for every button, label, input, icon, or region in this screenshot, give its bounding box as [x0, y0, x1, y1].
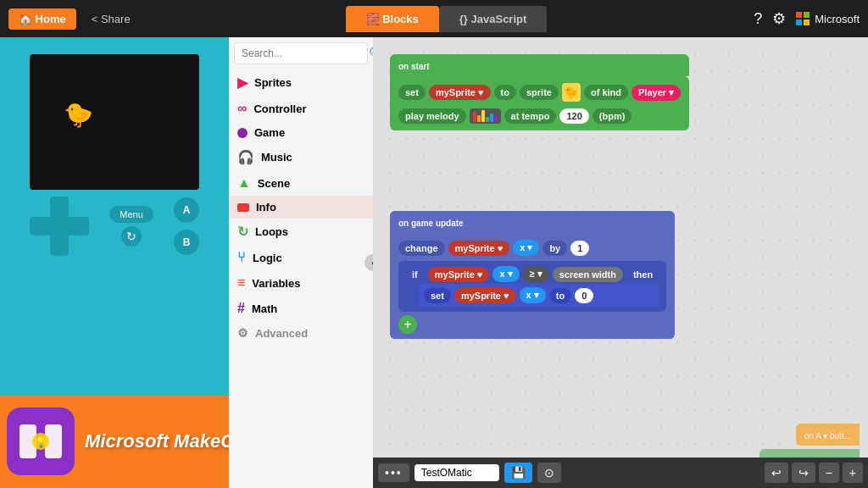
refresh-button[interactable]: ↻ [121, 226, 142, 247]
advanced-icon: ⚙ [237, 326, 248, 340]
music-label: Music [261, 151, 292, 164]
x2-label[interactable]: x ▾ [492, 266, 519, 282]
redo-button[interactable]: ↪ [792, 463, 815, 483]
undo-redo: ↩ ↪ − + [765, 463, 863, 483]
category-variables[interactable]: ≡ Variables [229, 270, 373, 296]
help-button[interactable]: ? [754, 10, 762, 28]
tab-javascript[interactable]: {} JavaScript [439, 6, 548, 32]
scene-icon: ▲ [237, 175, 251, 191]
tempo-value[interactable]: 120 [559, 108, 588, 124]
menu-button[interactable]: Menu [109, 206, 153, 223]
mysprite3-label[interactable]: mySprite ♥ [428, 267, 490, 282]
brand-logo: 💡 [7, 408, 75, 475]
mysprite2-label[interactable]: mySprite ♥ [448, 241, 510, 256]
sim-controls: Menu ↻ A B [30, 197, 199, 256]
sprite-label: sprite [520, 85, 559, 100]
top-nav: 🏠 Home < Share 🧱 Blocks {} JavaScript ? … [0, 0, 868, 37]
sim-sprite: 🐤 [64, 101, 93, 129]
ms-grid-icon [796, 12, 810, 25]
controller-label: Controller [253, 103, 306, 115]
music-icon: 🎧 [237, 149, 254, 165]
controller-icon: ∞ [237, 101, 247, 116]
more-button[interactable]: ••• [378, 463, 409, 482]
zoom-in-button[interactable]: + [843, 463, 863, 483]
category-game[interactable]: Game [229, 121, 373, 144]
category-music[interactable]: 🎧 Music [229, 144, 373, 170]
on-start-group: on start set mySprite ♥ to sprite 🐤 of k… [390, 54, 689, 130]
sprites-icon: ▶ [237, 75, 248, 91]
set-x-row: set mySprite ♥ x ▾ to 0 [419, 284, 659, 307]
search-input[interactable] [242, 47, 369, 59]
sim-device: 🐤 Menu ↻ A B [17, 47, 212, 263]
to2-label: to [549, 288, 571, 303]
ge-label[interactable]: ≥ ▾ [523, 266, 549, 282]
set2-label: set [424, 288, 451, 303]
by-value[interactable]: 1 [570, 241, 589, 256]
screen-width-label[interactable]: screen width [553, 267, 623, 282]
then-label: then [626, 267, 659, 282]
category-info[interactable]: Info [229, 196, 373, 219]
settings-button[interactable]: ⚙ [772, 9, 786, 28]
to2-value[interactable]: 0 [575, 288, 593, 303]
ab-buttons: A B [174, 197, 199, 255]
mysprite4-label[interactable]: mySprite ♥ [454, 288, 516, 303]
x-label[interactable]: x ▾ [513, 240, 539, 256]
category-controller[interactable]: ∞ Controller [229, 96, 373, 121]
github-button[interactable]: ⊙ [537, 463, 561, 483]
game-label: Game [254, 126, 285, 139]
play-melody-label: play melody [398, 108, 466, 124]
undo-button[interactable]: ↩ [765, 463, 788, 483]
variables-icon: ≡ [237, 275, 245, 291]
project-name-input[interactable] [415, 464, 499, 481]
info-icon [237, 203, 249, 212]
zoom-out-button[interactable]: − [819, 463, 839, 483]
melody-bars[interactable] [470, 108, 501, 124]
bottom-bar: ••• 💾 ⊙ ↩ ↪ − + [373, 458, 868, 488]
category-logic[interactable]: ⑂ Logic [229, 245, 373, 270]
sim-dpad[interactable] [30, 197, 89, 256]
player-label[interactable]: Player ▾ [632, 85, 681, 101]
on-game-update-label: on game update [398, 219, 464, 228]
loops-icon: ↻ [237, 224, 248, 240]
home-button[interactable]: 🏠 Home [8, 8, 76, 30]
category-advanced[interactable]: ⚙ Advanced [229, 321, 373, 345]
a-button[interactable]: A [174, 197, 199, 223]
game-icon [237, 128, 248, 138]
logic-icon: ⑂ [237, 250, 246, 265]
partial-block-hint: on A ▾ butt... [796, 424, 860, 446]
category-math[interactable]: # Math [229, 296, 373, 321]
at-tempo-label: at tempo [504, 108, 557, 124]
microsoft-logo[interactable]: Microsoft [796, 12, 860, 25]
set-x-row-wrapper: set mySprite ♥ x ▾ to 0 [419, 284, 659, 307]
change-sprite-row: change mySprite ♥ x ▾ by 1 [398, 240, 666, 256]
svg-text:💡: 💡 [35, 435, 47, 448]
search-box: 🔍 [234, 42, 368, 64]
b-button[interactable]: B [174, 230, 199, 255]
x3-label[interactable]: x ▾ [520, 287, 546, 303]
main-area: 🐤 Menu ↻ A B [0, 37, 868, 488]
sim-screen: 🐤 [30, 54, 199, 190]
scene-label: Scene [258, 177, 290, 190]
add-block-button[interactable]: + [398, 315, 417, 334]
change-label: change [398, 241, 445, 256]
loops-label: Loops [255, 225, 288, 238]
save-button[interactable]: 💾 [504, 463, 532, 483]
category-loops[interactable]: ↻ Loops [229, 219, 373, 245]
math-label: Math [252, 302, 277, 315]
bpm-label: (bpm) [593, 108, 632, 124]
if-row: if mySprite ♥ x ▾ ≥ ▾ screen width then [405, 266, 659, 282]
tab-blocks[interactable]: 🧱 Blocks [346, 6, 439, 32]
category-sprites[interactable]: ▶ Sprites [229, 69, 373, 96]
partial-block-text: on A ▾ butt... [804, 431, 851, 441]
sprites-label: Sprites [254, 76, 292, 89]
mysprite-label[interactable]: mySprite ♥ [429, 85, 491, 100]
to-label: to [494, 85, 516, 100]
info-label: Info [256, 201, 276, 214]
category-scene[interactable]: ▲ Scene [229, 170, 373, 196]
dpad-vertical [50, 197, 69, 256]
sprite-image[interactable]: 🐤 [562, 83, 581, 102]
on-start-label: on start [398, 62, 430, 71]
share-button[interactable]: < Share [83, 8, 139, 30]
by-label: by [542, 241, 567, 256]
blocks-panel[interactable]: on start set mySprite ♥ to sprite 🐤 of k… [373, 37, 868, 488]
